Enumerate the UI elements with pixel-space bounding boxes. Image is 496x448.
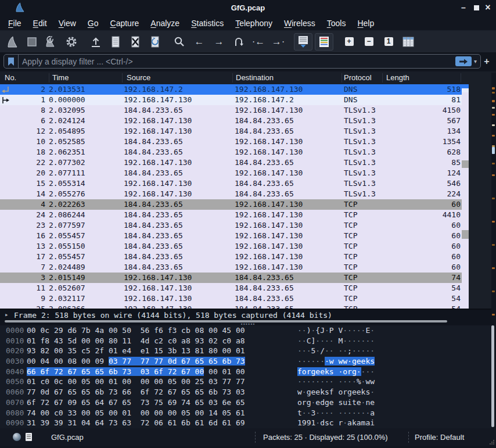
filter-dropdown-caret[interactable]: ▾ bbox=[474, 58, 477, 64]
hex-row[interactable]: 0030 00 04 00 08 00 09 03 77 77 77 0d 67… bbox=[0, 356, 496, 367]
packet-row[interactable]: 24 2.086244 184.84.233.65 192.168.147.13… bbox=[0, 210, 462, 220]
menu-item-file[interactable]: File bbox=[2, 19, 27, 28]
menu-item-edit[interactable]: Edit bbox=[27, 19, 53, 28]
menu-item-telephony[interactable]: Telephony bbox=[229, 19, 278, 28]
expert-info-icon[interactable] bbox=[13, 433, 21, 441]
status-profile[interactable]: Profile: Default bbox=[415, 428, 464, 446]
add-filter-button[interactable]: + bbox=[481, 56, 493, 67]
hex-row[interactable]: 0070 6f 72 67 09 65 64 67 65 73 75 69 74… bbox=[0, 397, 496, 408]
col-header-source[interactable]: Source bbox=[127, 71, 150, 84]
go-forward-button[interactable]: → bbox=[210, 34, 228, 50]
find-packet-button[interactable] bbox=[171, 34, 188, 50]
go-to-packet-button[interactable] bbox=[230, 34, 247, 50]
cell-no: 7 bbox=[0, 262, 45, 273]
hex-row[interactable]: 0080 74 00 c0 33 00 05 00 01 00 00 00 05… bbox=[0, 408, 496, 418]
col-header-time[interactable]: Time bbox=[52, 71, 69, 84]
menu-item-tools[interactable]: Tools bbox=[321, 19, 352, 28]
apply-filter-button[interactable] bbox=[455, 56, 472, 66]
packet-row[interactable]: 7 2.024489 184.84.233.65 192.168.147.130… bbox=[0, 262, 462, 273]
hex-row[interactable]: 0000 00 0c 29 d6 7b 4a 00 50 56 f6 f3 cb… bbox=[0, 325, 496, 336]
zoom-out-button[interactable]: − bbox=[360, 34, 378, 50]
packet-list-scrollbar[interactable] bbox=[462, 84, 469, 309]
open-file-button[interactable] bbox=[87, 34, 105, 50]
menu-item-wireless[interactable]: Wireless bbox=[278, 19, 321, 28]
hex-row[interactable]: 0060 77 0d 67 65 65 6b 73 66 6f 72 67 65… bbox=[0, 387, 496, 397]
packet-row[interactable]: 10 2.052585 184.84.233.65 192.168.147.13… bbox=[0, 137, 462, 147]
hex-offset: 0080 bbox=[6, 408, 24, 418]
go-last-packet-button[interactable]: →· bbox=[269, 34, 287, 50]
zoom-normal-button[interactable]: 1 bbox=[380, 34, 397, 50]
packet-row[interactable]: 18 2.062351 184.84.233.65 192.168.147.13… bbox=[0, 147, 462, 157]
hex-row[interactable]: 0040 66 6f 72 67 65 65 6b 73 03 6f 72 67… bbox=[0, 367, 496, 377]
hex-row[interactable]: 0020 93 82 00 35 c5 2f 01 e4 e1 15 3b 13… bbox=[0, 346, 496, 356]
menu-item-view[interactable]: View bbox=[53, 19, 82, 28]
packet-row[interactable]: 4 2.022263 184.84.233.65 192.168.147.130… bbox=[0, 199, 462, 210]
resize-columns-button[interactable] bbox=[400, 34, 417, 50]
expander-icon[interactable]: ▸ bbox=[5, 311, 9, 318]
cell-length: 54 bbox=[383, 293, 461, 304]
menu-item-capture[interactable]: Capture bbox=[105, 19, 145, 28]
reload-file-button[interactable] bbox=[146, 34, 164, 50]
packet-row[interactable]: 11 2.052607 192.168.147.130 184.84.233.6… bbox=[0, 283, 462, 293]
packet-row[interactable]: 9 2.032117 192.168.147.130 184.84.233.65… bbox=[0, 293, 462, 304]
packet-row[interactable]: 1 0.000000 192.168.147.130 192.168.147.2… bbox=[0, 95, 462, 105]
cell-time: 2.024124 bbox=[49, 116, 85, 126]
menu-item-analyze[interactable]: Analyze bbox=[145, 19, 185, 28]
col-header-destination[interactable]: Destination bbox=[236, 71, 274, 84]
hex-bytes: 00 04 00 08 00 09 03 77 77 77 0d 67 65 6… bbox=[27, 356, 245, 367]
save-file-button[interactable] bbox=[107, 34, 124, 50]
bytes-pane-scrollbar-thumb[interactable] bbox=[491, 325, 494, 427]
resize-grip[interactable] bbox=[490, 440, 494, 445]
display-filter-input[interactable]: Apply a display filter ... <Ctrl-/> ▾ bbox=[3, 54, 481, 69]
filter-bookmark-icon[interactable] bbox=[4, 55, 19, 68]
stop-square-icon bbox=[27, 37, 37, 47]
auto-scroll-toggle[interactable] bbox=[294, 33, 312, 51]
packet-row[interactable]: 2 2.013531 192.168.147.2 192.168.147.130… bbox=[0, 84, 462, 95]
hex-ascii: 1991·dsc r·akamai bbox=[297, 418, 375, 428]
hex-row[interactable]: 0050 01 c0 0c 00 05 00 01 00 00 00 05 00… bbox=[0, 377, 496, 387]
menu-item-go[interactable]: Go bbox=[82, 19, 105, 28]
packet-row[interactable]: 22 2.077302 192.168.147.130 184.84.233.6… bbox=[0, 157, 462, 168]
menu-item-statistics[interactable]: Statistics bbox=[185, 19, 229, 28]
col-header-length[interactable]: Length bbox=[386, 71, 409, 84]
packet-row[interactable]: 25 2.086266 192.168.147.130 184.84.233.6… bbox=[0, 304, 462, 309]
zoom-in-button[interactable]: + bbox=[340, 34, 358, 50]
col-header-protocol[interactable]: Protocol bbox=[344, 71, 372, 84]
scrollbar-mark bbox=[462, 230, 469, 239]
packet-row[interactable]: 17 2.055457 184.84.233.65 192.168.147.13… bbox=[0, 252, 462, 262]
capture-options-button[interactable] bbox=[63, 34, 80, 50]
packet-row[interactable]: 6 2.024124 192.168.147.130 184.84.233.65… bbox=[0, 116, 462, 126]
capture-comment-icon[interactable] bbox=[26, 433, 32, 441]
restart-capture-button[interactable] bbox=[43, 34, 60, 50]
go-back-button[interactable]: ← bbox=[191, 34, 208, 50]
minimize-button[interactable]: – bbox=[458, 0, 469, 16]
packet-row[interactable]: 3 2.015149 192.168.147.130 184.84.233.65… bbox=[0, 273, 462, 283]
close-file-button[interactable] bbox=[127, 34, 144, 50]
go-first-packet-button[interactable]: ·← bbox=[250, 34, 267, 50]
scrollbar-mark bbox=[492, 291, 495, 292]
cell-destination: 192.168.147.2 bbox=[235, 95, 294, 105]
menu-item-help[interactable]: Help bbox=[351, 19, 380, 28]
stop-capture-button[interactable] bbox=[23, 34, 41, 50]
cell-destination: 192.168.147.130 bbox=[235, 168, 303, 178]
hex-row[interactable]: 0090 31 39 39 31 04 64 73 63 72 06 61 6b… bbox=[0, 418, 496, 428]
detail-tree-row[interactable]: ▸ Frame 2: 518 bytes on wire (4144 bits)… bbox=[0, 311, 488, 320]
packet-row[interactable]: 15 2.055314 192.168.147.130 184.84.233.6… bbox=[0, 178, 462, 189]
cell-protocol: TLSv1.3 bbox=[344, 147, 376, 157]
packet-row[interactable]: 12 2.054895 192.168.147.130 184.84.233.6… bbox=[0, 126, 462, 137]
cell-source: 192.168.147.130 bbox=[124, 273, 192, 283]
packet-row[interactable]: 8 2.032095 184.84.233.65 192.168.147.130… bbox=[0, 105, 462, 116]
start-capture-button[interactable] bbox=[3, 34, 21, 50]
packet-row[interactable]: 14 2.055276 192.168.147.130 184.84.233.6… bbox=[0, 189, 462, 199]
scrollbar-mark bbox=[462, 88, 469, 92]
hex-row[interactable]: 0010 01 f8 43 5d 00 00 80 11 4d c2 c0 a8… bbox=[0, 336, 496, 346]
cell-destination: 192.168.147.130 bbox=[235, 199, 303, 210]
packet-row[interactable]: 20 2.077111 184.84.233.65 192.168.147.13… bbox=[0, 168, 462, 178]
packet-row[interactable]: 13 2.055150 184.84.233.65 192.168.147.13… bbox=[0, 241, 462, 252]
close-button[interactable]: × bbox=[482, 0, 494, 16]
maximize-button[interactable] bbox=[470, 0, 482, 16]
packet-row[interactable]: 23 2.077597 184.84.233.65 192.168.147.13… bbox=[0, 220, 462, 231]
packet-row[interactable]: 16 2.055457 184.84.233.65 192.168.147.13… bbox=[0, 231, 462, 241]
colorize-toggle[interactable] bbox=[315, 33, 333, 51]
col-header-no[interactable]: No. bbox=[5, 71, 16, 84]
